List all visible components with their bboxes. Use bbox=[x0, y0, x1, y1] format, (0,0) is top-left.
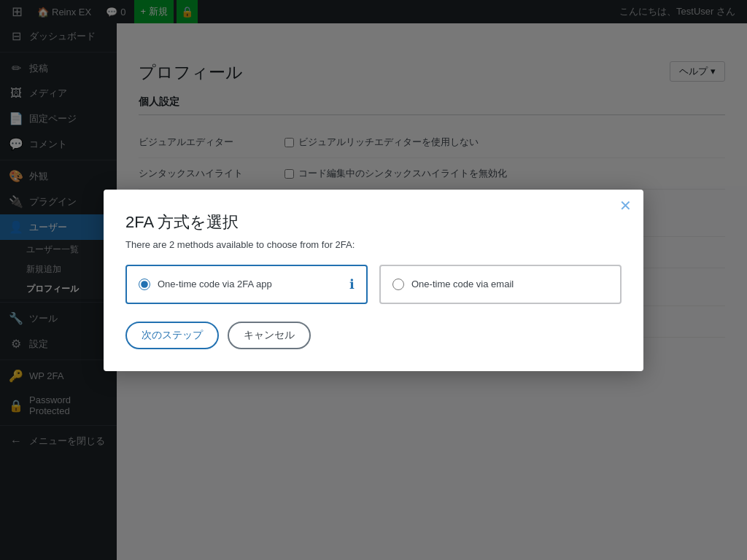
modal-subtitle: There are 2 methods available to choose … bbox=[125, 239, 622, 250]
next-step-button[interactable]: 次のステップ bbox=[125, 322, 219, 349]
method-email-label: One-time code via email bbox=[411, 279, 514, 289]
cancel-button[interactable]: キャンセル bbox=[228, 322, 311, 349]
method-option-email[interactable]: One-time code via email bbox=[379, 265, 622, 304]
method-option-app[interactable]: One-time code via 2FA app ℹ bbox=[125, 265, 368, 304]
method-app-radio[interactable] bbox=[139, 279, 150, 290]
method-options: One-time code via 2FA app ℹ One-time cod… bbox=[125, 265, 622, 304]
modal-close-button[interactable]: ✕ bbox=[619, 198, 632, 213]
method-app-label: One-time code via 2FA app bbox=[158, 279, 272, 289]
modal-actions: 次のステップ キャンセル bbox=[125, 322, 622, 349]
modal-overlay: ✕ 2FA 方式を選択 There are 2 methods availabl… bbox=[0, 0, 747, 560]
modal-title: 2FA 方式を選択 bbox=[125, 211, 622, 233]
modal-dialog: ✕ 2FA 方式を選択 There are 2 methods availabl… bbox=[104, 190, 643, 371]
method-email-radio[interactable] bbox=[392, 279, 404, 290]
info-icon: ℹ bbox=[349, 276, 355, 292]
